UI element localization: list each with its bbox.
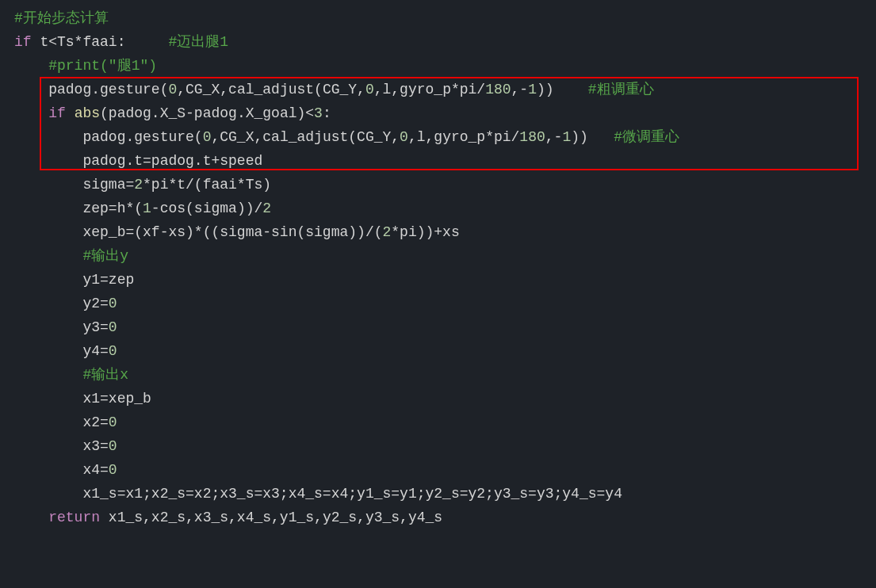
number-literal: 0: [109, 438, 117, 454]
code-text: )): [571, 129, 588, 145]
comment-text: #粗调重心: [588, 82, 654, 97]
comment-text: #开始步态计算: [14, 10, 109, 26]
number-literal: 1: [528, 82, 537, 97]
number-literal: 0: [365, 82, 374, 97]
number-literal: 180: [485, 82, 511, 97]
code-line[interactable]: if t<Ts*faai: #迈出腿1: [14, 30, 876, 54]
code-text: y1=zep: [82, 272, 134, 288]
code-line[interactable]: y1=zep: [14, 268, 876, 292]
number-literal: 2: [382, 224, 391, 240]
number-literal: 180: [519, 129, 545, 145]
code-text: padog.gesture(: [48, 82, 168, 97]
code-text: ,l,gyro_p*pi/: [408, 129, 519, 145]
number-literal: 0: [168, 82, 177, 97]
code-line[interactable]: x1_s=x1;x2_s=x2;x3_s=x3;x4_s=x4;y1_s=y1;…: [14, 482, 876, 506]
code-text: x1=xep_b: [82, 391, 151, 407]
code-text: t<Ts*faai:: [32, 34, 126, 50]
comment-text: #微调重心: [614, 129, 679, 145]
code-line[interactable]: x2=0: [14, 410, 876, 434]
number-literal: 2: [134, 177, 143, 193]
code-text: padog.t=padog.t+speed: [82, 153, 262, 169]
code-text: )): [537, 82, 554, 97]
builtin-abs: abs: [66, 105, 100, 121]
code-line[interactable]: sigma=2*pi*t/(faai*Ts): [14, 173, 876, 197]
code-text: x3=: [82, 438, 108, 454]
comment-text: #print("腿1"): [48, 58, 157, 74]
code-text: ,l,gyro_p*pi/: [374, 82, 485, 97]
code-text: x4=: [82, 462, 108, 478]
number-literal: 0: [109, 414, 117, 430]
keyword-if: if: [48, 105, 66, 121]
keyword-return: return: [48, 510, 100, 525]
code-line[interactable]: #输出x: [14, 363, 876, 387]
code-text: ,-: [511, 82, 529, 97]
code-line[interactable]: padog.gesture(0,CG_X,cal_adjust(CG_Y,0,l…: [14, 125, 876, 149]
code-line[interactable]: x1=xep_b: [14, 387, 876, 410]
code-line[interactable]: #开始步态计算: [14, 6, 876, 30]
code-text: y2=: [82, 296, 108, 311]
code-text: padog.gesture(: [82, 129, 202, 145]
number-literal: 3: [314, 105, 323, 121]
code-line[interactable]: #print("腿1"): [14, 54, 876, 78]
code-text: x1_s=x1;x2_s=x2;x3_s=x3;x4_s=x4;y1_s=y1;…: [82, 486, 622, 502]
code-line[interactable]: padog.t=padog.t+speed: [14, 149, 876, 173]
code-line[interactable]: y3=0: [14, 315, 876, 339]
code-line[interactable]: return x1_s,x2_s,x3_s,x4_s,y1_s,y2_s,y3_…: [14, 506, 876, 529]
code-text: ,CG_X,cal_adjust(CG_Y,: [177, 82, 365, 97]
code-editor[interactable]: #开始步态计算 if t<Ts*faai: #迈出腿1 #print("腿1")…: [0, 0, 876, 529]
number-literal: 0: [203, 129, 212, 145]
number-literal: 0: [109, 343, 117, 359]
code-text: y3=: [82, 319, 108, 335]
number-literal: 0: [109, 462, 117, 478]
code-text: sigma=: [82, 177, 134, 193]
comment-text: #输出y: [82, 248, 128, 264]
code-line[interactable]: #输出y: [14, 244, 876, 268]
code-line[interactable]: xep_b=(xf-xs)*((sigma-sin(sigma))/(2*pi)…: [14, 220, 876, 244]
code-text: (padog.X_S-padog.X_goal)<: [100, 105, 314, 121]
code-line[interactable]: y4=0: [14, 339, 876, 363]
code-text: ,-: [545, 129, 563, 145]
code-text: *pi*t/(faai*Ts): [143, 177, 271, 193]
keyword-if: if: [14, 34, 32, 50]
number-literal: 0: [400, 129, 408, 145]
code-line[interactable]: zep=h*(1-cos(sigma))/2: [14, 197, 876, 220]
code-line[interactable]: y2=0: [14, 292, 876, 315]
code-text: y4=: [82, 343, 108, 359]
code-text: *pi))+xs: [391, 224, 459, 240]
code-text: x2=: [82, 414, 108, 430]
number-literal: 0: [109, 296, 117, 311]
number-literal: 1: [562, 129, 571, 145]
number-literal: 1: [143, 200, 151, 216]
code-text: ,CG_X,cal_adjust(CG_Y,: [211, 129, 400, 145]
code-line[interactable]: padog.gesture(0,CG_X,cal_adjust(CG_Y,0,l…: [14, 78, 876, 101]
code-text: x1_s,x2_s,x3_s,x4_s,y1_s,y2_s,y3_s,y4_s: [100, 510, 442, 525]
code-line[interactable]: x4=0: [14, 458, 876, 482]
comment-text: #输出x: [82, 367, 128, 383]
code-line[interactable]: x3=0: [14, 434, 876, 458]
code-text: xep_b=(xf-xs)*((sigma-sin(sigma))/(: [82, 224, 382, 240]
number-literal: 0: [109, 319, 117, 335]
code-line[interactable]: if abs(padog.X_S-padog.X_goal)<3:: [14, 101, 876, 125]
code-text: zep=h*(: [82, 200, 143, 216]
code-text: :: [323, 105, 331, 121]
comment-text: #迈出腿1: [168, 34, 228, 50]
code-text: -cos(sigma))/: [151, 200, 262, 216]
number-literal: 2: [262, 200, 271, 216]
